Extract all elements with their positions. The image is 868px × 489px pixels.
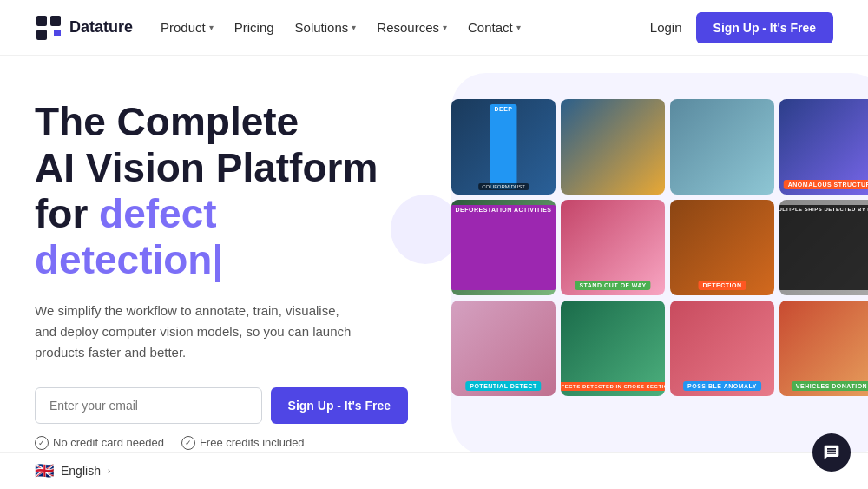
- collage-image-4: DEFORESTATION ACTIVITIES: [451, 200, 556, 295]
- chat-icon: [823, 444, 840, 461]
- nav-contact[interactable]: Contact ▾: [468, 20, 521, 35]
- logo-icon: [35, 14, 62, 42]
- image-label: VEHICLES DONATION: [792, 381, 868, 391]
- collage-image-3: [670, 99, 774, 195]
- svg-rect-0: [36, 16, 47, 26]
- nav-right: Login Sign Up - It's Free: [650, 12, 833, 43]
- chat-bubble-button[interactable]: [812, 433, 851, 472]
- collage-image-11: MULTIPLE SHIPS DETECTED BY PORT C: [779, 200, 868, 295]
- email-cta-row: Sign Up - It's Free: [35, 387, 408, 424]
- chevron-down-icon: ▾: [209, 23, 214, 32]
- logo-text: Datature: [69, 18, 133, 36]
- check-icon: ✓: [35, 436, 49, 450]
- check-icon: ✓: [181, 436, 195, 450]
- collage-image-7: POTENTIAL DETECT: [451, 301, 556, 396]
- nav-resources[interactable]: Resources ▾: [377, 20, 447, 35]
- collage-image-2: [561, 99, 665, 195]
- chevron-down-icon: ▾: [443, 23, 447, 32]
- nav-solutions[interactable]: Solutions ▾: [295, 20, 357, 35]
- image-sublabel: COLIFORM DUST: [478, 183, 529, 190]
- image-label: STAND OUT OF WAY: [575, 281, 650, 290]
- perk-free-credits: ✓ Free credits included: [181, 436, 305, 450]
- image-label: POSSIBLE ANOMALY: [683, 381, 761, 391]
- perk-no-card: ✓ No credit card needed: [35, 436, 164, 450]
- collage-image-5: STAND OUT OF WAY: [561, 200, 665, 295]
- svg-rect-3: [54, 30, 61, 36]
- nav-signup-button[interactable]: Sign Up - It's Free: [696, 12, 833, 43]
- hero-signup-button[interactable]: Sign Up - It's Free: [271, 387, 408, 424]
- nav-product[interactable]: Product ▾: [161, 20, 214, 35]
- image-label: DEFECTS DETECTED IN CROSS SECTION: [561, 382, 665, 391]
- nav-left: Datature Product ▾ Pricing Solutions ▾ R…: [35, 14, 521, 42]
- nav-links: Product ▾ Pricing Solutions ▾ Resources …: [161, 20, 521, 35]
- image-label: MULTIPLE SHIPS DETECTED BY PORT C: [779, 205, 868, 290]
- svg-rect-2: [36, 30, 47, 40]
- image-label: POTENTIAL DETECT: [465, 381, 541, 391]
- collage-image-10: ANOMALOUS STRUCTURE: [779, 99, 868, 195]
- hero-title: The Complete AI Vision Platform for defe…: [35, 99, 408, 283]
- chevron-right-icon: ›: [108, 466, 110, 476]
- hero-visual: DEEP COLIFORM DUST ANOMALOUS STRUCTURE D…: [408, 90, 833, 489]
- navbar: Datature Product ▾ Pricing Solutions ▾ R…: [0, 0, 868, 56]
- email-input[interactable]: [35, 387, 262, 424]
- image-label: DETECTION: [699, 281, 746, 290]
- perks-row: ✓ No credit card needed ✓ Free credits i…: [35, 436, 408, 450]
- hero-content: The Complete AI Vision Platform for defe…: [35, 90, 408, 450]
- svg-rect-1: [50, 16, 61, 26]
- flag-icon: 🇬🇧: [35, 461, 54, 480]
- float-bubble: [391, 195, 460, 264]
- nav-pricing[interactable]: Pricing: [234, 20, 274, 35]
- logo[interactable]: Datature: [35, 14, 133, 42]
- collage-image-possible: POSSIBLE ANOMALY: [670, 301, 774, 396]
- chevron-down-icon: ▾: [352, 23, 356, 32]
- image-label: DEEP: [490, 104, 516, 189]
- image-label: DEFORESTATION ACTIVITIES: [451, 205, 556, 290]
- login-button[interactable]: Login: [650, 20, 682, 35]
- language-label: English: [61, 464, 101, 478]
- collage-image-8: DEFECTS DETECTED IN CROSS SECTION: [561, 301, 665, 396]
- hero-section: The Complete AI Vision Platform for defe…: [0, 56, 868, 489]
- collage-image-1: DEEP COLIFORM DUST: [451, 99, 556, 195]
- collage-image-12: VEHICLES DONATION: [779, 301, 868, 396]
- hero-description: We simplify the workflow to annotate, tr…: [35, 301, 356, 363]
- image-label: ANOMALOUS STRUCTURE: [784, 180, 868, 189]
- chevron-down-icon: ▾: [516, 23, 521, 32]
- collage-image-6: DETECTION: [670, 200, 774, 295]
- image-collage: DEEP COLIFORM DUST ANOMALOUS STRUCTURE D…: [451, 99, 859, 489]
